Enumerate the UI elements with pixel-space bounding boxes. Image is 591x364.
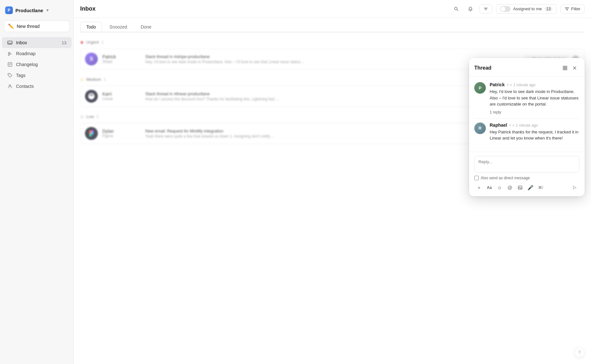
topbar: Inbox Assigned to me 13 Filter (74, 0, 591, 18)
sidebar-item-contacts[interactable]: Contacts (2, 81, 72, 92)
sidebar-item-roadmap[interactable]: Roadmap (2, 48, 72, 59)
inbox-content: ◆ Urgent 1 S Patrick Stripe Slack thread… (74, 32, 591, 364)
sidebar-item-contacts-label: Contacts (16, 84, 34, 89)
avatar (85, 127, 98, 140)
toolbar-command-button[interactable]: ⌘/ (536, 183, 545, 192)
toolbar-emoji-button[interactable]: ☺ (495, 183, 504, 192)
message-avatar: R (474, 123, 486, 134)
help-button[interactable]: ? (574, 347, 585, 358)
sort-button[interactable] (479, 4, 492, 13)
search-button[interactable] (451, 4, 461, 14)
filter-button[interactable]: Filter (561, 4, 585, 13)
low-count: 1 (97, 114, 99, 119)
svg-rect-3 (8, 55, 10, 56)
svg-rect-18 (563, 68, 565, 70)
tab-bar: Todo Snoozed Done (74, 18, 591, 32)
avatar (85, 90, 98, 103)
thread-panel-header: Thread (469, 58, 585, 77)
roadmap-icon (7, 51, 13, 56)
thread-panel-body: P Patrick < < 1 minute ago Hey, I'd love… (469, 77, 585, 152)
sidebar-item-tags[interactable]: Tags (2, 70, 72, 81)
message-item: P Patrick < < 1 minute ago Hey, I'd love… (474, 82, 579, 107)
low-icon: ◇ (80, 114, 84, 119)
notifications-button[interactable] (465, 4, 476, 14)
svg-point-7 (455, 7, 457, 10)
sidebar-item-inbox[interactable]: Inbox 13 (2, 37, 72, 48)
svg-point-15 (91, 132, 94, 135)
urgent-label: Urgent (86, 40, 99, 45)
thread-panel: Thread P Patrick < < 1 minute ago (469, 58, 585, 196)
priority-header-urgent: ◆ Urgent 1 (80, 38, 585, 47)
thread-contact: Karri Linear (102, 91, 141, 101)
send-button[interactable] (570, 183, 579, 192)
svg-rect-2 (8, 54, 12, 55)
reply-toolbar: + Aa ☺ @ 🎤 ⌘/ (474, 183, 579, 192)
logo-icon: P (5, 6, 13, 14)
svg-rect-16 (563, 66, 565, 68)
svg-rect-4 (8, 63, 12, 66)
medium-count: 1 (104, 77, 106, 82)
svg-point-5 (9, 74, 10, 75)
reply-input[interactable] (474, 156, 579, 173)
thread-preview: How do I access the discount Ann? Thanks… (145, 97, 306, 101)
contact-name: Patrick (102, 54, 141, 59)
sidebar-item-changelog[interactable]: Changelog (2, 59, 72, 70)
contact-company: Linear (102, 97, 141, 101)
toolbar-plus-button[interactable]: + (474, 183, 484, 192)
reply-area: Also send as direct message + Aa ☺ @ 🎤 ⌘… (469, 152, 585, 196)
svg-rect-1 (8, 52, 10, 53)
tab-done[interactable]: Done (135, 22, 157, 32)
svg-point-6 (9, 85, 11, 86)
contact-company: Stripe (102, 59, 141, 64)
svg-rect-19 (565, 68, 567, 70)
contacts-icon (7, 83, 13, 89)
tab-snoozed[interactable]: Snoozed (103, 22, 133, 32)
main-content: Inbox Assigned to me 13 Filter Todo Snoo (74, 0, 591, 364)
thread-panel-title: Thread (474, 65, 560, 71)
toolbar-format-button[interactable]: Aa (485, 183, 494, 192)
toolbar-audio-button[interactable]: 🎤 (526, 183, 535, 192)
thread-preview: Yeah there were quite a few that slowed … (145, 134, 306, 139)
message-item: R Raphael < < 1 minute ago Hey Patrick t… (474, 123, 579, 141)
new-thread-button[interactable]: ✏️ New thread (4, 21, 70, 32)
urgent-icon: ◆ (80, 39, 84, 45)
thread-subject: New email: Request for Mintlify integrat… (145, 129, 520, 133)
message-header: Patrick < < 1 minute ago (490, 82, 579, 87)
reply-count: 1 reply (474, 110, 579, 114)
changelog-icon (7, 62, 13, 67)
sidebar-item-inbox-label: Inbox (16, 40, 27, 45)
assigned-label: Assigned to me (513, 6, 542, 11)
contact-name: Karri (102, 91, 141, 97)
inbox-badge: 13 (62, 40, 66, 45)
thread-contact: Patrick Stripe (102, 54, 141, 64)
toolbar-mention-button[interactable]: @ (505, 183, 515, 192)
message-content: Patrick < < 1 minute ago Hey, I'd love t… (490, 82, 579, 107)
message-avatar: P (474, 82, 486, 94)
message-author: Patrick (490, 82, 505, 87)
toggle-switch[interactable] (500, 6, 511, 12)
sidebar-nav: Inbox 13 Roadmap Changelog Tags (0, 36, 73, 93)
thread-info: New email: Request for Mintlify integrat… (145, 128, 520, 139)
filter-label: Filter (571, 6, 580, 11)
thread-info: Slack thread in #stripe-productlane Hey,… (145, 54, 520, 64)
low-label: Low (86, 114, 94, 119)
toolbar-image-button[interactable] (515, 183, 525, 192)
edit-icon: ✏️ (8, 23, 14, 29)
thread-preview: Hey, I'd love to see dark mode in Produc… (145, 60, 306, 64)
expand-panel-button[interactable] (560, 63, 570, 73)
thread-subject: Slack thread in #stripe-productlane (145, 54, 520, 59)
assigned-count: 13 (545, 6, 553, 12)
close-panel-button[interactable] (570, 63, 579, 73)
toggle-knob (501, 7, 505, 11)
app-logo[interactable]: P Productlane ▾ (0, 4, 73, 19)
tab-todo[interactable]: Todo (80, 22, 102, 32)
sidebar-item-tags-label: Tags (16, 73, 26, 78)
message-time: < < 1 minute ago (509, 123, 538, 128)
also-send-checkbox[interactable] (474, 176, 479, 180)
svg-rect-17 (565, 66, 567, 68)
svg-point-13 (89, 134, 92, 137)
page-title: Inbox (80, 5, 447, 12)
message-author: Raphael (490, 123, 507, 128)
tag-icon (7, 72, 13, 78)
assigned-to-me-toggle[interactable]: Assigned to me 13 (496, 4, 557, 14)
